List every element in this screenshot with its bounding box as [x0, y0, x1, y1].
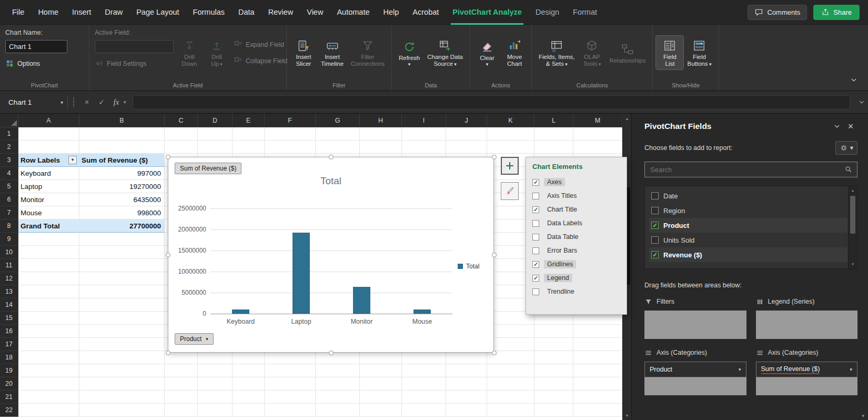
cell-D22[interactable] — [198, 404, 233, 417]
row-header-19[interactable]: 19 — [0, 364, 18, 377]
row-header-2[interactable]: 2 — [0, 141, 18, 154]
cell-G19[interactable] — [316, 364, 360, 377]
cell-G22[interactable] — [316, 404, 360, 417]
cell-E21[interactable] — [233, 391, 265, 404]
cell-L21[interactable] — [534, 391, 573, 404]
chart-value-field-button[interactable]: Sum of Revenue ($) — [175, 163, 241, 174]
chart-selection-handle[interactable] — [166, 351, 170, 355]
cell-I22[interactable] — [402, 404, 446, 417]
cell-H2[interactable] — [360, 141, 402, 154]
cell-B5[interactable]: 19270000 — [79, 180, 165, 193]
select-all-corner[interactable] — [0, 114, 18, 127]
cell-K16[interactable] — [487, 325, 534, 338]
cell-M1[interactable] — [573, 127, 622, 141]
row-header-8[interactable]: 8 — [0, 219, 18, 233]
cell-A20[interactable] — [18, 377, 79, 391]
share-button[interactable]: Share — [813, 5, 860, 20]
cell-B3[interactable]: Sum of Revenue ($) — [79, 154, 165, 167]
cell-A12[interactable] — [18, 272, 79, 285]
cell-E19[interactable] — [233, 364, 265, 377]
refresh-button[interactable]: Refresh▾ — [395, 37, 423, 69]
field-checkbox-date[interactable] — [651, 192, 659, 199]
field-checkbox-units-sold[interactable] — [651, 236, 659, 244]
cell-A8[interactable]: Grand Total — [18, 219, 79, 233]
chart-name-input[interactable] — [5, 40, 67, 53]
cell-B4[interactable]: 997000 — [79, 167, 165, 180]
change-data-source-button[interactable]: Change DataSource ▾ — [423, 36, 467, 69]
cell-A11[interactable] — [18, 259, 79, 272]
bar-keyboard[interactable] — [232, 309, 249, 314]
cell-A4[interactable]: Keyboard — [18, 167, 79, 180]
cell-B14[interactable] — [79, 298, 165, 312]
field-checkbox-product[interactable]: ✓ — [651, 222, 659, 229]
cell-M21[interactable] — [573, 391, 622, 404]
row-header-1[interactable]: 1 — [0, 127, 18, 141]
col-header-G[interactable]: G — [316, 114, 360, 127]
cell-A18[interactable] — [18, 351, 79, 364]
row-header-4[interactable]: 4 — [0, 167, 18, 180]
cell-L19[interactable] — [534, 364, 573, 377]
cell-G21[interactable] — [316, 391, 360, 404]
cell-M16[interactable] — [573, 325, 622, 338]
field-checkbox-region[interactable] — [651, 207, 659, 214]
area-dropdown-sum-of-revenue[interactable]: Sum of Revenue ($) ▾ — [756, 362, 858, 377]
cell-F1[interactable] — [265, 127, 316, 141]
cell-C2[interactable] — [165, 141, 198, 154]
field-item-product[interactable]: ✓Product — [649, 218, 847, 233]
cell-A16[interactable] — [18, 325, 79, 338]
cell-A9[interactable] — [18, 233, 79, 246]
chart-selection-handle[interactable] — [166, 253, 170, 257]
axis-categories-drop-zone[interactable]: Product ▾ — [644, 362, 746, 395]
ribbon-tab-design[interactable]: Design — [529, 0, 566, 25]
cell-C22[interactable] — [165, 404, 198, 417]
cell-B7[interactable]: 998000 — [79, 206, 165, 219]
row-header-20[interactable]: 20 — [0, 377, 18, 391]
chart-axis-field-button[interactable]: Product ▾ — [175, 333, 214, 345]
cell-K20[interactable] — [487, 377, 534, 391]
row-header-21[interactable]: 21 — [0, 391, 18, 404]
cell-K1[interactable] — [487, 127, 534, 141]
cell-A13[interactable] — [18, 285, 79, 298]
col-header-C[interactable]: C — [165, 114, 198, 127]
field-item-units-sold[interactable]: Units Sold — [649, 233, 847, 247]
cell-M18[interactable] — [573, 351, 622, 364]
cell-E2[interactable] — [233, 141, 265, 154]
col-header-F[interactable]: F — [265, 114, 316, 127]
cell-C20[interactable] — [165, 377, 198, 391]
field-item-revenue[interactable]: ✓Revenue ($) — [649, 247, 847, 262]
row-header-13[interactable]: 13 — [0, 285, 18, 298]
row-header-6[interactable]: 6 — [0, 193, 18, 206]
chart-selection-handle[interactable] — [492, 253, 497, 257]
cell-B15[interactable] — [79, 312, 165, 325]
cell-L20[interactable] — [534, 377, 573, 391]
col-header-I[interactable]: I — [402, 114, 446, 127]
cell-J21[interactable] — [446, 391, 487, 404]
cell-J19[interactable] — [446, 364, 487, 377]
row-header-17[interactable]: 17 — [0, 338, 18, 351]
cell-F2[interactable] — [265, 141, 316, 154]
field-buttons-button[interactable]: FieldButtons ▾ — [683, 36, 715, 69]
col-header-E[interactable]: E — [233, 114, 265, 127]
chart-element-checkbox-axis-titles[interactable] — [532, 193, 539, 199]
chart-legend[interactable]: Total — [458, 263, 479, 270]
pane-scroll-down-icon[interactable]: ▾ — [862, 413, 864, 418]
ribbon-tab-insert[interactable]: Insert — [65, 0, 98, 25]
row-header-16[interactable]: 16 — [0, 325, 18, 338]
cell-B11[interactable] — [79, 259, 165, 272]
cell-E22[interactable] — [233, 404, 265, 417]
scroll-up-icon[interactable]: ▴ — [623, 114, 631, 123]
cell-K21[interactable] — [487, 391, 534, 404]
formula-input[interactable] — [133, 95, 850, 109]
chart-elements-button[interactable] — [501, 157, 519, 175]
cell-M2[interactable] — [573, 141, 622, 154]
field-list-scrollbar[interactable]: ▴ ▾ — [848, 186, 857, 268]
cell-A1[interactable] — [18, 127, 79, 141]
cell-F22[interactable] — [265, 404, 316, 417]
cell-E20[interactable] — [233, 377, 265, 391]
cell-A10[interactable] — [18, 246, 79, 259]
cell-D19[interactable] — [198, 364, 233, 377]
cell-J18[interactable] — [446, 351, 487, 364]
col-header-J[interactable]: J — [446, 114, 487, 127]
cell-L17[interactable] — [534, 338, 573, 351]
cell-D1[interactable] — [198, 127, 233, 141]
